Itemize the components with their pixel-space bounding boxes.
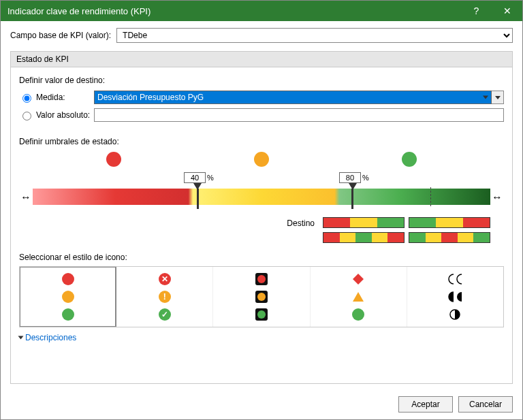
measure-combo[interactable]: Desviación Presupuesto PyG (94, 91, 504, 104)
preset-gyr2[interactable] (409, 232, 490, 243)
warn-badge-icon: ! (158, 290, 172, 304)
base-field-label: Campo base de KPI (valor): (10, 31, 111, 40)
icon-style-label: Seleccionar el estilo de icono: (19, 253, 504, 262)
threshold-1-input[interactable] (184, 172, 206, 183)
measure-radio[interactable] (22, 94, 31, 103)
abs-label: Valor absoluto: (36, 110, 90, 120)
pie-row3-icon (448, 308, 462, 321)
define-target-label: Definir valor de destino: (19, 76, 504, 85)
slider-arrow-left-icon[interactable]: ↔ (20, 191, 31, 204)
svg-point-2 (449, 274, 454, 284)
icon-set-squares[interactable] (213, 267, 310, 327)
icon-set-shapes[interactable] (311, 267, 407, 327)
help-button[interactable]: ? (461, 1, 492, 21)
legend-green-icon (402, 152, 417, 167)
ok-button[interactable]: Aceptar (398, 396, 453, 413)
amber-square-icon (255, 290, 268, 304)
circle-icon (351, 308, 365, 321)
preset-ryg[interactable] (323, 217, 405, 228)
preset-gyr[interactable] (409, 217, 490, 228)
pct-2: % (362, 174, 369, 182)
check-badge-icon: ✓ (158, 308, 172, 321)
legend-red-icon (106, 152, 121, 167)
content: Campo base de KPI (valor): TDebe Estado … (1, 21, 522, 389)
close-button[interactable]: ✕ (492, 1, 522, 21)
section-body: Definir valor de destino: Medida: Desvia… (10, 67, 513, 384)
legend-dots (39, 152, 484, 167)
section-header: Estado de KPI (10, 51, 513, 67)
gradient-bar (33, 189, 490, 205)
cancel-button[interactable]: Cancelar (458, 396, 513, 413)
green-square-icon (255, 308, 268, 321)
slider-arrow-right-icon[interactable]: ↔ (492, 191, 503, 204)
abs-row: Valor absoluto: (19, 108, 504, 122)
threshold-slider[interactable]: ↔ ↔ % % (19, 172, 504, 213)
icon-set-pies[interactable] (407, 267, 503, 327)
titlebar: Indicador clave de rendimiento (KPI) ? ✕ (1, 1, 522, 21)
destino-marker (430, 187, 431, 206)
triangle-icon (351, 290, 365, 304)
icon-sets: ✕ ! ✓ (19, 266, 504, 327)
svg-point-3 (457, 274, 462, 284)
green-dot-icon (61, 308, 75, 321)
pct-1: % (207, 174, 214, 182)
icon-set-badges[interactable]: ✕ ! ✓ (116, 267, 213, 327)
measure-row: Medida: Desviación Presupuesto PyG (19, 91, 504, 104)
threshold-handle-1[interactable]: % (184, 172, 211, 209)
svg-marker-0 (353, 274, 364, 285)
measure-label: Medida: (36, 93, 65, 102)
preset-ryg2[interactable] (323, 232, 405, 243)
window-title: Indicador clave de rendimiento (KPI) (7, 6, 461, 16)
define-thresholds-label: Definir umbrales de estado: (19, 137, 504, 146)
threshold-2-input[interactable] (339, 172, 361, 183)
pie-row1-icon (448, 272, 462, 286)
base-field-select[interactable]: TDebe (116, 28, 513, 43)
base-field-row: Campo base de KPI (valor): TDebe (10, 28, 513, 43)
measure-dropdown-button[interactable] (492, 91, 504, 104)
descriptions-link[interactable]: Descripciones (19, 333, 504, 342)
destino-row: Destino (19, 217, 504, 243)
kpi-dialog: Indicador clave de rendimiento (KPI) ? ✕… (0, 0, 523, 420)
svg-marker-1 (353, 292, 364, 302)
svg-point-5 (457, 292, 462, 302)
legend-amber-icon (254, 152, 269, 167)
footer: Aceptar Cancelar (1, 389, 522, 419)
red-dot-icon (61, 272, 75, 286)
thresholds: Definir umbrales de estado: ↔ ↔ % (19, 135, 504, 243)
diamond-icon (351, 272, 365, 286)
amber-dot-icon (61, 290, 75, 304)
abs-input[interactable] (94, 108, 504, 122)
pie-row2-icon (448, 290, 462, 304)
abs-radio[interactable] (22, 112, 31, 120)
measure-value[interactable]: Desviación Presupuesto PyG (94, 91, 492, 104)
red-square-icon (255, 272, 268, 286)
direction-presets (323, 217, 490, 243)
threshold-handle-2[interactable]: % (339, 172, 366, 209)
icon-set-traffic[interactable] (20, 267, 116, 327)
x-badge-icon: ✕ (158, 272, 172, 286)
destino-label: Destino (287, 219, 315, 228)
